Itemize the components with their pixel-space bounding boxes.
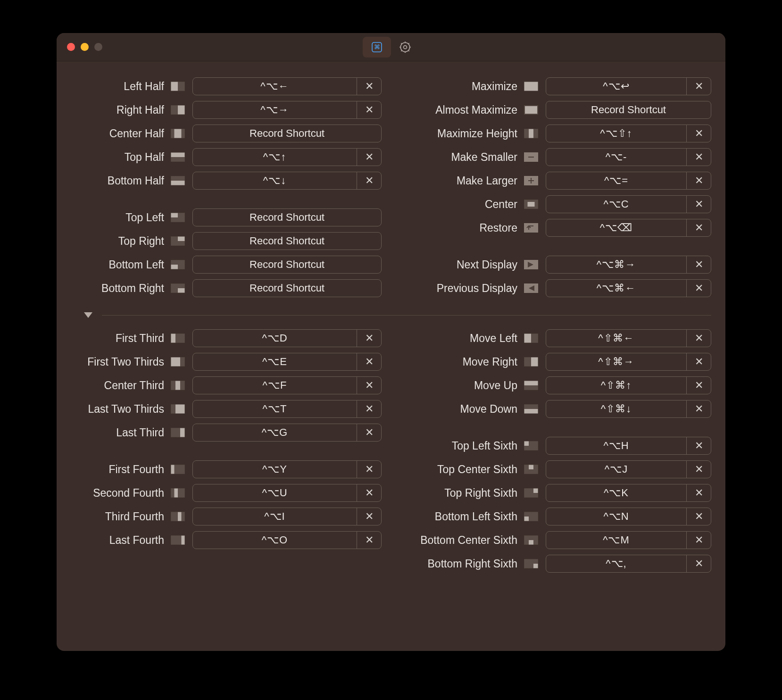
make-larger-icon — [522, 175, 540, 187]
last-two-thirds-clear-button[interactable]: ✕ — [357, 400, 381, 417]
second-fourth-row: Second Fourth^⌥U✕ — [71, 481, 382, 505]
third-fourth-clear-button[interactable]: ✕ — [357, 508, 381, 525]
first-third-clear-button[interactable]: ✕ — [357, 330, 381, 347]
move-up-clear-button[interactable]: ✕ — [686, 377, 711, 394]
last-fourth-clear-button[interactable]: ✕ — [357, 532, 381, 549]
minimize-window-button[interactable] — [81, 43, 89, 51]
bottom-left-shortcut-field[interactable]: Record Shortcut — [192, 256, 382, 274]
top-right-sixth-clear-button[interactable]: ✕ — [686, 484, 711, 501]
close-window-button[interactable] — [67, 43, 75, 51]
maximize-height-shortcut-field[interactable]: ^⌥⇧↑✕ — [546, 125, 711, 142]
left-half-shortcut-value: ^⌥← — [193, 78, 357, 95]
bottom-half-row: Bottom Half^⌥↓✕ — [71, 169, 382, 192]
svg-rect-54 — [528, 202, 535, 207]
center-row: Center^⌥C✕ — [400, 192, 711, 216]
bottom-right-sixth-shortcut-field[interactable]: ^⌥,✕ — [546, 555, 711, 573]
move-left-clear-button[interactable]: ✕ — [686, 330, 711, 347]
top-left-sixth-row: Top Left Sixth^⌥H✕ — [400, 434, 711, 458]
center-third-clear-button[interactable]: ✕ — [357, 377, 381, 394]
zoom-window-button[interactable] — [94, 43, 102, 51]
center-third-shortcut-field[interactable]: ^⌥F✕ — [192, 376, 382, 394]
bottom-right-sixth-clear-button[interactable]: ✕ — [686, 555, 711, 572]
bottom-half-shortcut-field[interactable]: ^⌥↓✕ — [192, 172, 382, 190]
left-half-shortcut-field[interactable]: ^⌥←✕ — [192, 77, 382, 95]
disclosure-triangle[interactable] — [84, 312, 92, 318]
top-left-sixth-clear-button[interactable]: ✕ — [686, 437, 711, 454]
previous-display-clear-button[interactable]: ✕ — [686, 280, 711, 297]
first-two-thirds-shortcut-field[interactable]: ^⌥E✕ — [192, 353, 382, 371]
move-down-clear-button[interactable]: ✕ — [686, 400, 711, 417]
top-right-sixth-shortcut-field[interactable]: ^⌥K✕ — [546, 484, 711, 502]
first-fourth-shortcut-field[interactable]: ^⌥Y✕ — [192, 460, 382, 478]
make-smaller-clear-button[interactable]: ✕ — [686, 149, 711, 166]
restore-clear-button[interactable]: ✕ — [686, 219, 711, 236]
bottom-center-sixth-shortcut-field[interactable]: ^⌥M✕ — [546, 531, 711, 549]
previous-display-label: Previous Display — [400, 282, 522, 295]
tab-shortcuts[interactable]: ⌘ — [363, 37, 391, 58]
previous-display-shortcut-field[interactable]: ^⌥⌘←✕ — [546, 279, 711, 297]
make-larger-shortcut-field[interactable]: ^⌥=✕ — [546, 172, 711, 190]
make-larger-label: Make Larger — [400, 175, 522, 187]
right-half-shortcut-field[interactable]: ^⌥→✕ — [192, 101, 382, 119]
maximize-height-clear-button[interactable]: ✕ — [686, 125, 711, 142]
move-left-shortcut-field[interactable]: ^⇧⌘←✕ — [546, 329, 711, 347]
top-center-sixth-clear-button[interactable]: ✕ — [686, 461, 711, 478]
right-half-clear-button[interactable]: ✕ — [357, 101, 381, 118]
toolbar-segmented-control: ⌘ — [363, 37, 419, 58]
move-right-shortcut-field[interactable]: ^⇧⌘→✕ — [546, 353, 711, 371]
last-fourth-shortcut-field[interactable]: ^⌥O✕ — [192, 531, 382, 549]
almost-maximize-shortcut-field[interactable]: Record Shortcut — [546, 101, 711, 119]
last-third-clear-button[interactable]: ✕ — [357, 424, 381, 441]
tab-settings[interactable] — [391, 37, 419, 58]
center-shortcut-field[interactable]: ^⌥C✕ — [546, 195, 711, 213]
top-right-shortcut-field[interactable]: Record Shortcut — [192, 232, 382, 250]
left-half-clear-button[interactable]: ✕ — [357, 78, 381, 95]
bottom-half-clear-button[interactable]: ✕ — [357, 172, 381, 189]
first-third-shortcut-field[interactable]: ^⌥D✕ — [192, 329, 382, 347]
bottom-left-sixth-shortcut-field[interactable]: ^⌥N✕ — [546, 508, 711, 525]
next-display-shortcut-field[interactable]: ^⌥⌘→✕ — [546, 256, 711, 274]
top-left-shortcut-field[interactable]: Record Shortcut — [192, 208, 382, 226]
last-two-thirds-shortcut-field[interactable]: ^⌥T✕ — [192, 400, 382, 418]
svg-rect-105 — [533, 488, 538, 493]
top-half-row: Top Half^⌥↑✕ — [71, 145, 382, 169]
move-down-row: Move Down^⇧⌘↓✕ — [400, 397, 711, 421]
bottom-half-shortcut-value: ^⌥↓ — [193, 172, 357, 189]
shortcut-group: Top LeftRecord ShortcutTop RightRecord S… — [71, 206, 382, 300]
make-smaller-row: Make Smaller^⌥-✕ — [400, 145, 711, 169]
third-fourth-shortcut-field[interactable]: ^⌥I✕ — [192, 508, 382, 525]
last-fourth-shortcut-value: ^⌥O — [193, 532, 357, 549]
maximize-clear-button[interactable]: ✕ — [686, 78, 711, 95]
first-third-label: First Third — [71, 332, 169, 345]
window-body: Left Half^⌥←✕Right Half^⌥→✕Center HalfRe… — [57, 61, 725, 594]
second-fourth-clear-button[interactable]: ✕ — [357, 484, 381, 501]
first-fourth-shortcut-value: ^⌥Y — [193, 461, 357, 478]
center-half-shortcut-field[interactable]: Record Shortcut — [192, 125, 382, 142]
move-up-shortcut-field[interactable]: ^⇧⌘↑✕ — [546, 376, 711, 394]
maximize-shortcut-field[interactable]: ^⌥↩✕ — [546, 77, 711, 95]
restore-icon — [522, 222, 540, 234]
bottom-right-shortcut-field[interactable]: Record Shortcut — [192, 279, 382, 297]
second-fourth-shortcut-field[interactable]: ^⌥U✕ — [192, 484, 382, 502]
bottom-center-sixth-clear-button[interactable]: ✕ — [686, 532, 711, 549]
first-two-thirds-clear-button[interactable]: ✕ — [357, 353, 381, 370]
center-clear-button[interactable]: ✕ — [686, 196, 711, 213]
last-third-shortcut-field[interactable]: ^⌥G✕ — [192, 424, 382, 442]
move-right-shortcut-value: ^⇧⌘→ — [546, 353, 686, 370]
make-smaller-shortcut-field[interactable]: ^⌥-✕ — [546, 148, 711, 166]
svg-rect-93 — [524, 381, 538, 385]
top-left-sixth-shortcut-field[interactable]: ^⌥H✕ — [546, 437, 711, 455]
next-display-clear-button[interactable]: ✕ — [686, 256, 711, 273]
make-larger-clear-button[interactable]: ✕ — [686, 172, 711, 189]
bottom-left-sixth-clear-button[interactable]: ✕ — [686, 508, 711, 525]
move-down-shortcut-field[interactable]: ^⇧⌘↓✕ — [546, 400, 711, 418]
move-down-icon — [522, 403, 540, 415]
top-half-clear-button[interactable]: ✕ — [357, 149, 381, 166]
top-right-label: Top Right — [71, 235, 169, 248]
top-half-shortcut-field[interactable]: ^⌥↑✕ — [192, 148, 382, 166]
restore-shortcut-field[interactable]: ^⌥⌫✕ — [546, 219, 711, 237]
first-fourth-clear-button[interactable]: ✕ — [357, 461, 381, 478]
top-center-sixth-shortcut-field[interactable]: ^⌥J✕ — [546, 460, 711, 478]
move-left-icon — [522, 332, 540, 344]
move-right-clear-button[interactable]: ✕ — [686, 353, 711, 370]
